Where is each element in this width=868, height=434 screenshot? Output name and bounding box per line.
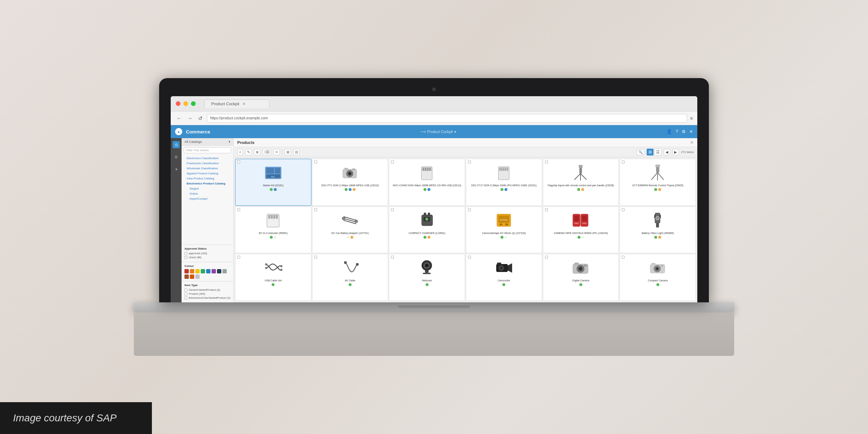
settings-icon[interactable]: ⚙ [682,129,686,134]
browser-menu-icon[interactable]: ≡ [690,115,693,121]
product-card-110561[interactable]: COMPACT CHARGER (110561) [389,207,465,254]
close-icon[interactable]: ✕ [689,129,693,134]
electronics-checkbox[interactable] [184,297,187,299]
traffic-light-green[interactable] [191,101,196,106]
user-icon[interactable]: 👤 [667,129,672,134]
traffic-light-red[interactable] [176,101,180,106]
products-close-icon[interactable]: ✕ [690,140,694,145]
tree-item-powertools[interactable]: Powertools Classification [184,161,231,165]
swatch-yellow[interactable] [195,269,200,273]
product-checkbox-23191[interactable] [237,161,240,163]
duplicate-button[interactable]: ⊕ [254,149,260,155]
breadcrumb-dropdown-icon[interactable]: ▾ [454,130,456,134]
swatch-darkorange[interactable] [190,275,194,279]
product-card-23191[interactable]: KIT Starter Kit (23191) [235,159,311,206]
swatch-gray[interactable] [222,269,227,273]
search-button[interactable]: 🔍 [637,149,644,155]
product-card-23231[interactable]: DSC-F717 NON 5.2Mpix 32Mb JPG MPEG USB2 … [466,159,542,206]
product-checkbox-137220[interactable] [468,208,471,211]
cut-button[interactable]: ✂ [273,149,280,155]
item-type-product[interactable]: Product (265) [184,292,230,295]
product-checkbox-23335[interactable] [545,161,548,163]
grid-view-button[interactable]: ⊞ [647,149,654,156]
swatch-green[interactable] [201,269,205,273]
browser-tab[interactable]: Product Cockpit ✕ [204,99,269,108]
swatch-blue[interactable] [206,269,210,273]
product-card-r3i6[interactable]: Compact Camera [620,254,696,301]
swatch-purple[interactable] [212,269,216,273]
nav-icon-home[interactable]: ⊙ [173,141,180,148]
swatch-dark[interactable] [217,269,221,273]
address-bar[interactable]: https://product.cockpit.example.com [207,114,687,123]
nav-icon-settings[interactable]: ⚙ [173,153,180,161]
tree-item-clea[interactable]: Clea Product Catalog [184,176,231,180]
product-card-23335[interactable]: Flagship tripod with remote control and … [543,159,619,206]
product-card-137220[interactable]: DV 60min Camcordertape DV 60min (2) (137… [466,207,542,254]
product-card-r3i3[interactable]: Webcam [389,254,465,301]
product-checkbox-149243[interactable] [545,208,548,211]
product-card-r3i2[interactable]: AV Cable [312,254,388,301]
product-card-149243[interactable]: 90MIN 90MIN CAMERA TAPE DIGITAL8 90MIN 2… [543,207,619,254]
browser-window[interactable]: Product Cockpit ✕ ← → ↺ https://product.… [171,96,697,302]
product-checkbox-266685[interactable] [622,208,625,211]
product-checkbox-110561[interactable] [391,208,394,211]
nav-icon-star[interactable]: ✦ [173,166,180,173]
product-card-29925[interactable]: VCT-D580RM Remote Control Tripod (29925) [620,159,696,206]
product-card-65652[interactable]: EF 2x II extender (65652) ✓ [235,207,311,254]
swatch-red[interactable] [184,269,189,273]
traffic-light-yellow[interactable] [183,101,188,106]
swatch-brown[interactable] [184,275,189,279]
list-view-button[interactable]: ☰ [654,149,661,156]
generic-checkbox[interactable] [184,289,187,292]
item-type-electronics[interactable]: ElectronicsColorVariantProduct (3) [184,296,230,299]
tree-item-staged[interactable]: Staged [184,187,231,191]
nav-refresh-button[interactable]: ↺ [197,115,204,122]
product-card-23213[interactable]: MVC-CD400 NON 4Mpix 16MB MPEG CD-RW USB … [389,159,465,206]
export-button[interactable]: ⊟ [293,149,300,155]
tree-item-wholesale[interactable]: Wholesale Classification [184,166,231,170]
product-card-23210[interactable]: DSC-PT1 NON 3.2Mpix 16MB MPEG USB (23210… [312,159,388,206]
nav-forward-button[interactable]: → [186,115,194,122]
tab-close-icon[interactable]: ✕ [242,102,246,106]
product-card-r3i4[interactable]: Camcorder [466,254,542,301]
product-checkbox-23231[interactable] [468,161,471,163]
product-checkbox-r3i3[interactable] [391,256,394,259]
product-card-266685[interactable]: Battery Video Light (266685) [620,207,696,254]
product-card-r3i5[interactable]: Digital Camera [543,254,619,301]
approval-approved[interactable]: approved (183) [184,252,230,255]
help-icon[interactable]: ? [676,129,678,134]
product-card-107701[interactable]: DC Car Battery Adapter (107701) ✓ [312,207,388,254]
add-product-button[interactable]: + [237,149,243,155]
product-checkbox-r3i5[interactable] [545,256,548,259]
edit-product-button[interactable]: ✎ [245,149,252,155]
next-page-button[interactable]: ▶ [672,149,679,155]
import-button[interactable]: ⊞ [285,149,291,155]
tree-item-electronics-class[interactable]: Electronics Classification [184,156,231,160]
tree-item-importcockpit[interactable]: ImportCockpit [184,197,231,201]
filter-input[interactable]: Filter Tree entries [184,147,231,153]
check-checkbox[interactable] [184,256,187,259]
tree-item-electronics-catalog[interactable]: Electronics Product Catalog [184,182,231,186]
product-checkbox-r3i4[interactable] [468,256,471,259]
swatch-lightgray[interactable] [195,275,200,279]
product-card-r3i1[interactable]: USB Cable Set [235,254,311,301]
product-checkbox-107701[interactable] [314,208,317,211]
tree-item-online[interactable]: Online [184,192,231,196]
product-checkbox-r3i6[interactable] [622,256,625,259]
product-checkbox-r3i1[interactable] [237,256,240,259]
tree-item-apparel[interactable]: Apparel Product Catalog [184,171,231,175]
product-checkbox-23213[interactable] [391,161,394,163]
approved-checkbox[interactable] [184,252,187,255]
product-checkbox-65652[interactable] [237,208,240,211]
nav-back-button[interactable]: ← [175,115,183,122]
approval-check[interactable]: check (88) [184,256,230,259]
delete-button[interactable]: ⌫ [263,149,271,155]
item-type-generic[interactable]: GenericVariantProduct (3) [184,288,230,292]
prev-page-button[interactable]: ◀ [664,149,670,155]
product-checkbox-r3i2[interactable] [314,256,317,259]
swatch-orange[interactable] [190,269,194,273]
product-checkbox-23210[interactable] [314,161,317,163]
product-checkbox[interactable] [184,293,187,295]
product-checkbox-29925[interactable] [622,161,625,163]
catalog-header-arrow[interactable]: ▾ [229,140,230,144]
